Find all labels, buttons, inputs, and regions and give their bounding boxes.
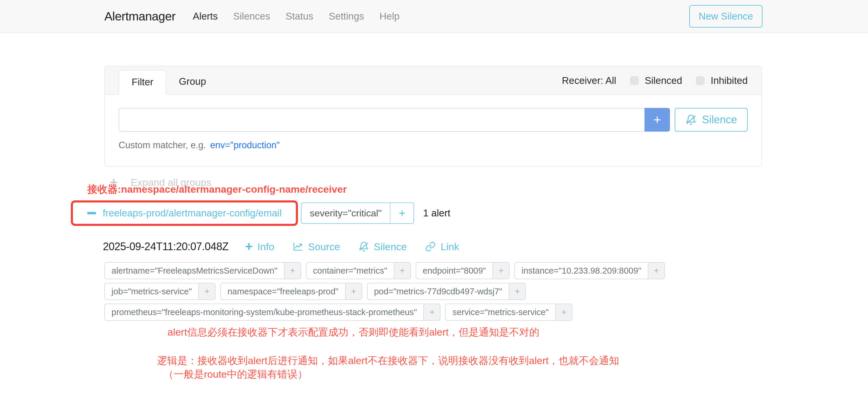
- add-label-matcher-button[interactable]: +: [345, 283, 362, 299]
- matcher-hint-example-link[interactable]: env="production": [210, 140, 280, 150]
- nav-item-alerts[interactable]: Alerts: [193, 11, 218, 22]
- top-navbar: Alertmanager Alerts Silences Status Sett…: [0, 0, 868, 33]
- add-label-matcher-button[interactable]: +: [509, 283, 525, 299]
- alert-label-chip: endpoint="8009" +: [415, 262, 509, 279]
- alert-silence-label: Silence: [374, 241, 407, 252]
- bell-slash-icon: [685, 114, 696, 125]
- group-filter-chip: severity="critical" +: [301, 203, 414, 224]
- alert-info-label: Info: [257, 241, 274, 252]
- bell-slash-icon: [359, 241, 369, 252]
- alert-label-text[interactable]: job="metrics-service": [105, 283, 198, 299]
- annotation-receiver-note: 接收器:namespace/altermanager-config-name/r…: [88, 183, 347, 196]
- alert-label-text[interactable]: container="metrics": [307, 263, 394, 279]
- matcher-input-group: + Silence: [119, 108, 748, 132]
- alert-permalink[interactable]: Link: [425, 241, 459, 252]
- minus-icon: [87, 212, 96, 214]
- alert-label-text[interactable]: pod="metrics-77d9cdb497-wdsj7": [368, 283, 509, 299]
- alert-label-row: job="metrics-service" + namespace="freel…: [104, 283, 665, 300]
- receiver-group-name: freeleaps-prod/alertmanager-config/email: [102, 208, 281, 219]
- group-filter-add-button[interactable]: +: [390, 203, 413, 223]
- alert-label-chip: pod="metrics-77d9cdb497-wdsj7" +: [367, 283, 526, 300]
- matcher-input[interactable]: [119, 108, 645, 132]
- add-label-matcher-button[interactable]: +: [284, 263, 301, 279]
- alert-label-text[interactable]: namespace="freeleaps-prod": [221, 283, 345, 299]
- matcher-hint-text: Custom matcher, e.g.: [119, 140, 206, 150]
- tab-filter[interactable]: Filter: [119, 70, 166, 95]
- nav-item-help[interactable]: Help: [379, 11, 400, 22]
- alert-label-chip: namespace="freeleaps-prod" +: [220, 283, 362, 300]
- alert-label-chip: instance="10.233.98.209:8009" +: [514, 262, 665, 279]
- silence-filter-button-label: Silence: [702, 114, 737, 126]
- group-filter-chip-label: severity="critical": [302, 203, 390, 223]
- alert-label-chip: job="metrics-service" +: [104, 283, 216, 300]
- filter-card: Filter Group Receiver: All Silenced Inhi…: [104, 66, 762, 166]
- tab-group[interactable]: Group: [166, 70, 218, 95]
- receiver-group-toggle[interactable]: freeleaps-prod/alertmanager-config/email: [71, 201, 298, 226]
- alert-label-chip: service="metrics-service" +: [445, 304, 572, 321]
- inhibited-checkbox-label: Inhibited: [711, 75, 748, 86]
- silenced-checkbox-group[interactable]: Silenced: [630, 75, 682, 86]
- add-matcher-button[interactable]: +: [645, 108, 670, 132]
- alert-label-chip: alertname="FreeleapsMetricsServiceDown" …: [104, 262, 301, 279]
- inhibited-checkbox-group[interactable]: Inhibited: [696, 75, 748, 86]
- alert-label-row: alertname="FreeleapsMetricsServiceDown" …: [104, 262, 665, 279]
- inhibited-checkbox[interactable]: [696, 76, 705, 85]
- new-silence-button[interactable]: New Silence: [689, 5, 763, 28]
- filter-tabs: Filter Group: [119, 70, 218, 95]
- alert-source-label: Source: [308, 241, 340, 252]
- link-icon: [425, 241, 436, 252]
- add-label-matcher-button[interactable]: +: [198, 283, 215, 299]
- alert-label-text[interactable]: prometheus="freeleaps-monitoring-system/…: [105, 304, 423, 320]
- plus-icon: +: [653, 112, 661, 127]
- silence-filter-button[interactable]: Silence: [675, 108, 748, 132]
- nav-item-status[interactable]: Status: [285, 11, 313, 22]
- matcher-hint: Custom matcher, e.g.env="production": [119, 140, 748, 151]
- add-label-matcher-button[interactable]: +: [492, 263, 509, 279]
- nav-item-silences[interactable]: Silences: [233, 11, 270, 22]
- alert-label-chip: container="metrics" +: [306, 262, 411, 279]
- alert-info-button[interactable]: + Info: [245, 240, 274, 253]
- alert-label-text[interactable]: instance="10.233.98.209:8009": [515, 263, 648, 279]
- add-label-matcher-button[interactable]: +: [394, 263, 410, 279]
- alert-label-text[interactable]: endpoint="8009": [416, 263, 492, 279]
- alert-timestamp: 2025-09-24T11:20:07.048Z: [103, 240, 228, 253]
- receiver-filter-dropdown[interactable]: Receiver: All: [562, 75, 616, 86]
- annotation-note-3: （一般是route中的逻辑有错误）: [164, 368, 308, 381]
- chart-up-icon: [292, 241, 303, 252]
- silenced-checkbox-label: Silenced: [645, 75, 682, 86]
- alert-row: 2025-09-24T11:20:07.048Z + Info Source S…: [103, 237, 477, 256]
- alert-label-row: prometheus="freeleaps-monitoring-system/…: [104, 304, 665, 321]
- add-label-matcher-button[interactable]: +: [648, 263, 664, 279]
- alert-label-chip: prometheus="freeleaps-monitoring-system/…: [104, 304, 440, 321]
- filter-card-body: + Silence Custom matcher, e.g.env="produ…: [105, 95, 761, 166]
- alert-label-text[interactable]: alertname="FreeleapsMetricsServiceDown": [105, 263, 284, 279]
- filter-card-header: Filter Group Receiver: All Silenced Inhi…: [105, 66, 761, 95]
- add-label-matcher-button[interactable]: +: [555, 304, 572, 320]
- add-label-matcher-button[interactable]: +: [423, 304, 440, 320]
- alert-label-text[interactable]: service="metrics-service": [446, 304, 555, 320]
- annotation-note-2: 逻辑是：接收器收到alert后进行通知，如果alert不在接收器下，说明接收器没…: [157, 354, 619, 368]
- annotation-note-1: alert信息必须在接收器下才表示配置成功，否则即使能看到alert，但是通知是…: [167, 326, 539, 339]
- receiver-group-row: freeleaps-prod/alertmanager-config/email…: [71, 201, 450, 226]
- plus-icon: +: [245, 240, 253, 253]
- app-brand[interactable]: Alertmanager: [104, 9, 176, 23]
- alert-labels: alertname="FreeleapsMetricsServiceDown" …: [104, 262, 665, 324]
- alert-link-label: Link: [440, 241, 459, 252]
- nav-item-settings[interactable]: Settings: [329, 11, 364, 22]
- alert-source-link[interactable]: Source: [292, 241, 340, 252]
- silenced-checkbox[interactable]: [630, 76, 639, 85]
- alert-count: 1 alert: [423, 208, 450, 219]
- alert-silence-button[interactable]: Silence: [359, 241, 407, 252]
- filter-header-controls: Receiver: All Silenced Inhibited: [562, 66, 748, 95]
- nav-links: Alerts Silences Status Settings Help: [193, 11, 689, 22]
